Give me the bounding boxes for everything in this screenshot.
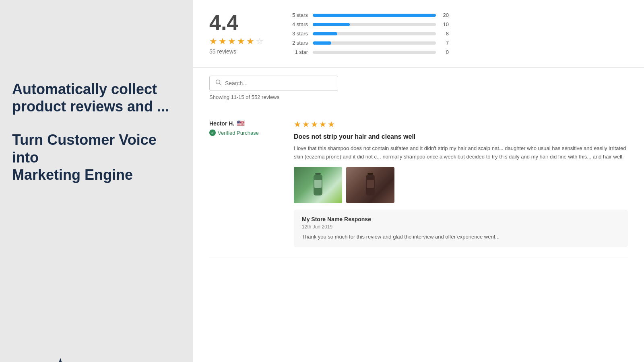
star-3: ★ <box>228 36 236 47</box>
store-response: My Store Name Response 12th Jun 2019 Tha… <box>294 210 628 248</box>
reviewer-info-1: Hector H. 🇺🇸 ✓ Verified Purchase <box>209 119 282 247</box>
review-title-1: Does not strip your hair and cleans well <box>294 133 628 140</box>
review-content-1: ★ ★ ★ ★ ★ Does not strip your hair and c… <box>294 119 628 247</box>
search-input[interactable] <box>225 80 332 86</box>
bar-label-5: 5 stars <box>288 12 308 18</box>
reviewer-flag: 🇺🇸 <box>237 119 245 127</box>
bar-label-1: 1 star <box>288 49 308 55</box>
r-star-2: ★ <box>302 119 310 129</box>
r-star-5: ★ <box>328 119 335 129</box>
svg-line-2 <box>220 84 221 85</box>
bar-track-2 <box>313 41 436 45</box>
svg-marker-0 <box>24 358 97 362</box>
reviewer-name-1: Hector H. 🇺🇸 <box>209 119 282 127</box>
showing-text: Showing 11-15 of 552 reviews <box>209 91 628 102</box>
svg-rect-3 <box>315 173 321 175</box>
bar-count-1: 0 <box>441 49 449 55</box>
right-panel: 4.4 ★ ★ ★ ★ ★ ☆ 55 reviews 5 stars 20 <box>193 0 644 362</box>
search-box[interactable] <box>209 76 338 91</box>
review-count: 55 reviews <box>209 48 236 55</box>
rating-summary: 4.4 ★ ★ ★ ★ ★ ☆ 55 reviews 5 stars 20 <box>193 0 644 68</box>
review-images-1 <box>294 167 628 203</box>
verified-text: Verified Purchase <box>218 130 259 136</box>
store-response-title: My Store Name Response <box>302 216 620 222</box>
overall-rating: 4.4 ★ ★ ★ ★ ★ ☆ 55 reviews <box>209 12 264 55</box>
review-image-green[interactable] <box>294 167 342 203</box>
bar-count-5: 20 <box>441 12 449 18</box>
bar-row-5: 5 stars 20 <box>288 12 449 18</box>
star-4: ★ <box>237 36 245 47</box>
headline-auto: Automatically collectproduct reviews and… <box>12 80 181 115</box>
bar-label-4: 4 stars <box>288 21 308 27</box>
overall-stars: ★ ★ ★ ★ ★ ☆ <box>209 36 264 47</box>
rating-number: 4.4 <box>209 12 238 33</box>
bar-count-2: 7 <box>441 40 449 46</box>
bar-fill-2 <box>313 41 331 45</box>
r-star-3: ★ <box>311 119 318 129</box>
bar-label-3: 3 stars <box>288 31 308 37</box>
star-icon <box>20 354 101 362</box>
bar-track-1 <box>313 51 436 54</box>
bar-row-1: 1 star 0 <box>288 49 449 55</box>
bar-fill-5 <box>313 14 436 17</box>
bar-count-4: 10 <box>441 21 449 27</box>
rating-bars: 5 stars 20 4 stars 10 3 stars 8 <box>288 12 449 55</box>
star-6-empty: ☆ <box>256 36 264 47</box>
r-star-4: ★ <box>319 119 326 129</box>
bar-row-4: 4 stars 10 <box>288 21 449 27</box>
bar-count-3: 8 <box>441 31 449 37</box>
search-icon <box>215 79 222 87</box>
reviewer-name-text: Hector H. <box>209 120 234 127</box>
r-star-1: ★ <box>294 119 301 129</box>
review-text-1: I love that this shampoo does not contai… <box>294 144 628 161</box>
store-response-text: Thank you so much for this review and gl… <box>302 233 620 241</box>
star-2: ★ <box>219 36 227 47</box>
bar-row-2: 2 stars 7 <box>288 40 449 46</box>
svg-rect-6 <box>367 173 373 175</box>
review-image-dark[interactable] <box>346 167 394 203</box>
star-1: ★ <box>209 36 217 47</box>
bar-row-3: 3 stars 8 <box>288 31 449 37</box>
bar-fill-4 <box>313 23 350 26</box>
review-stars-1: ★ ★ ★ ★ ★ <box>294 119 628 129</box>
bar-track-3 <box>313 32 436 35</box>
search-section: Showing 11-15 of 552 reviews <box>193 68 644 106</box>
svg-rect-8 <box>367 180 374 188</box>
headline-turn: Turn Customer Voice intoMarketing Engine <box>12 131 181 183</box>
verified-check-icon: ✓ <box>209 130 216 136</box>
star-5-half: ★ <box>246 36 254 47</box>
reviews-area[interactable]: Hector H. 🇺🇸 ✓ Verified Purchase ★ ★ ★ ★… <box>193 106 644 362</box>
bar-track-4 <box>313 23 436 26</box>
bar-fill-3 <box>313 32 337 35</box>
review-card-1: Hector H. 🇺🇸 ✓ Verified Purchase ★ ★ ★ ★… <box>209 110 628 257</box>
bar-label-2: 2 stars <box>288 40 308 46</box>
left-panel: Automatically collectproduct reviews and… <box>0 0 193 362</box>
svg-rect-5 <box>314 180 322 188</box>
verified-badge: ✓ Verified Purchase <box>209 130 282 136</box>
bar-track-5 <box>313 14 436 17</box>
store-response-date: 12th Jun 2019 <box>302 224 620 230</box>
